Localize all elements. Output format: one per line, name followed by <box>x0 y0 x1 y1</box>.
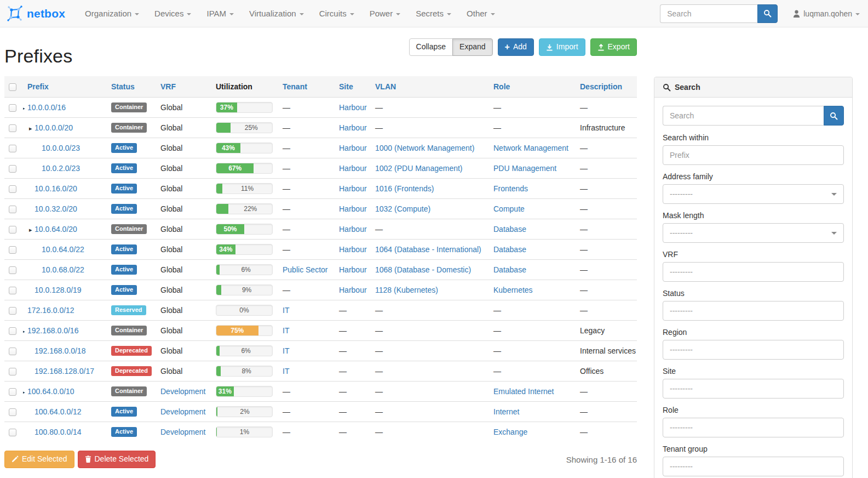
prefix-link[interactable]: 172.16.0.0/12 <box>27 306 74 315</box>
prefix-link[interactable]: 10.0.68.0/22 <box>42 265 84 274</box>
row-checkbox[interactable] <box>9 206 16 213</box>
expand-button[interactable]: Expand <box>452 38 492 56</box>
vrf-link[interactable]: Development <box>160 387 206 396</box>
site-link[interactable]: Harbour <box>339 184 367 193</box>
prefix-link[interactable]: 10.0.2.0/23 <box>42 164 80 173</box>
collapse-button[interactable]: Collapse <box>409 38 453 56</box>
nav-item-ipam[interactable]: IPAM <box>199 0 242 27</box>
filter-select-tenant-group[interactable]: --------- <box>663 457 844 476</box>
prefix-link[interactable]: 10.0.64.0/22 <box>42 245 84 254</box>
prefix-link[interactable]: 10.0.0.0/16 <box>27 103 66 112</box>
edit-selected-button[interactable]: Edit Selected <box>4 451 74 468</box>
select-all-checkbox[interactable] <box>9 83 16 91</box>
row-checkbox[interactable] <box>9 104 16 112</box>
site-link[interactable]: Harbour <box>339 204 367 213</box>
prefix-link[interactable]: 100.64.0.0/10 <box>27 387 74 396</box>
expand-toggle-icon[interactable]: ▸ <box>29 226 35 234</box>
column-sort-vrf[interactable]: VRF <box>160 82 176 91</box>
vlan-link[interactable]: 1128 (Kubernetes) <box>375 286 438 294</box>
vlan-link[interactable]: 1016 (Frontends) <box>375 184 434 193</box>
import-button[interactable]: Import <box>539 38 585 56</box>
add-button[interactable]: + Add <box>498 38 534 56</box>
prefix-link[interactable]: 10.0.128.0/19 <box>35 286 82 294</box>
column-sort-role[interactable]: Role <box>493 82 510 91</box>
row-checkbox[interactable] <box>9 368 16 375</box>
nav-item-organization[interactable]: Organization <box>77 0 147 27</box>
prefix-link[interactable]: 100.64.0.0/12 <box>35 407 82 416</box>
tenant-link[interactable]: IT <box>283 346 289 355</box>
row-checkbox[interactable] <box>9 246 16 254</box>
vlan-link[interactable]: 1068 (Database - Domestic) <box>375 265 471 274</box>
row-checkbox[interactable] <box>9 429 16 436</box>
expand-toggle-icon[interactable]: ▸ <box>29 125 35 132</box>
site-link[interactable]: Harbour <box>339 225 367 234</box>
column-sort-site[interactable]: Site <box>339 82 353 91</box>
row-checkbox[interactable] <box>9 226 16 234</box>
nav-item-virtualization[interactable]: Virtualization <box>242 0 312 27</box>
role-link[interactable]: Internet <box>493 407 519 416</box>
role-link[interactable]: Emulated Internet <box>493 387 554 396</box>
user-menu[interactable]: luqman.qohen <box>793 9 860 18</box>
nav-item-secrets[interactable]: Secrets <box>408 0 459 27</box>
row-checkbox[interactable] <box>9 124 16 132</box>
filter-search-button[interactable] <box>824 106 844 126</box>
prefix-link[interactable]: 10.0.0.0/20 <box>35 123 73 132</box>
filter-select-mask-length[interactable]: --------- <box>663 223 844 243</box>
column-sort-tenant[interactable]: Tenant <box>283 82 307 91</box>
row-checkbox[interactable] <box>9 185 16 193</box>
vlan-link[interactable]: 1000 (Network Management) <box>375 144 474 152</box>
filter-input-search-within-field[interactable] <box>670 151 837 160</box>
vlan-link[interactable]: 1032 (Compute) <box>375 204 430 213</box>
prefix-link[interactable]: 10.0.16.0/20 <box>35 184 77 193</box>
vlan-link[interactable]: 1002 (PDU Management) <box>375 164 463 173</box>
site-link[interactable]: Harbour <box>339 245 367 254</box>
role-link[interactable]: Network Management <box>493 144 568 152</box>
row-checkbox[interactable] <box>9 327 16 335</box>
export-button[interactable]: Export <box>590 38 637 56</box>
role-link[interactable]: Database <box>493 245 526 254</box>
column-sort-prefix[interactable]: Prefix <box>27 82 49 91</box>
nav-item-circuits[interactable]: Circuits <box>312 0 362 27</box>
role-link[interactable]: Database <box>493 225 526 234</box>
row-checkbox[interactable] <box>9 165 16 173</box>
site-link[interactable]: Harbour <box>339 144 367 152</box>
row-checkbox[interactable] <box>9 287 16 294</box>
column-sort-vlan[interactable]: VLAN <box>375 82 396 91</box>
column-sort-status[interactable]: Status <box>111 82 135 91</box>
role-link[interactable]: Frontends <box>493 184 528 193</box>
nav-item-other[interactable]: Other <box>459 0 503 27</box>
filter-select-address-family[interactable]: --------- <box>663 184 844 204</box>
prefix-link[interactable]: 192.168.128.0/17 <box>35 367 94 375</box>
netbox-logo[interactable]: netbox <box>7 5 65 22</box>
role-link[interactable]: Compute <box>493 204 525 213</box>
vrf-link[interactable]: Development <box>160 428 206 436</box>
navbar-search-input[interactable] <box>660 4 757 23</box>
tenant-link[interactable]: IT <box>283 326 289 335</box>
tenant-link[interactable]: IT <box>283 367 289 375</box>
role-link[interactable]: Kubernetes <box>493 286 533 294</box>
expand-toggle-icon[interactable]: ▸ <box>23 389 27 396</box>
site-link[interactable]: Harbour <box>339 123 367 132</box>
prefix-link[interactable]: 10.0.32.0/20 <box>35 204 77 213</box>
vlan-link[interactable]: 1064 (Database - International) <box>375 245 481 254</box>
prefix-link[interactable]: 10.0.64.0/20 <box>35 225 77 234</box>
row-checkbox[interactable] <box>9 307 16 315</box>
filter-search-input[interactable] <box>663 106 824 126</box>
site-link[interactable]: Harbour <box>339 103 367 112</box>
row-checkbox[interactable] <box>9 348 16 355</box>
expand-toggle-icon[interactable]: ▸ <box>23 105 27 112</box>
column-sort-desc[interactable]: Description <box>580 82 622 91</box>
row-checkbox[interactable] <box>9 145 16 152</box>
role-link[interactable]: PDU Management <box>493 164 556 173</box>
nav-item-devices[interactable]: Devices <box>147 0 199 27</box>
vrf-link[interactable]: Development <box>160 407 206 416</box>
site-link[interactable]: Harbour <box>339 164 367 173</box>
filter-select-status[interactable]: --------- <box>663 301 844 321</box>
tenant-link[interactable]: IT <box>283 306 289 315</box>
site-link[interactable]: Harbour <box>339 286 367 294</box>
navbar-search-button[interactable] <box>757 4 778 23</box>
filter-select-vrf[interactable]: --------- <box>663 262 844 282</box>
prefix-link[interactable]: 192.168.0.0/18 <box>35 346 85 355</box>
role-link[interactable]: Exchange <box>493 428 527 436</box>
prefix-link[interactable]: 100.80.0.0/14 <box>35 428 82 436</box>
